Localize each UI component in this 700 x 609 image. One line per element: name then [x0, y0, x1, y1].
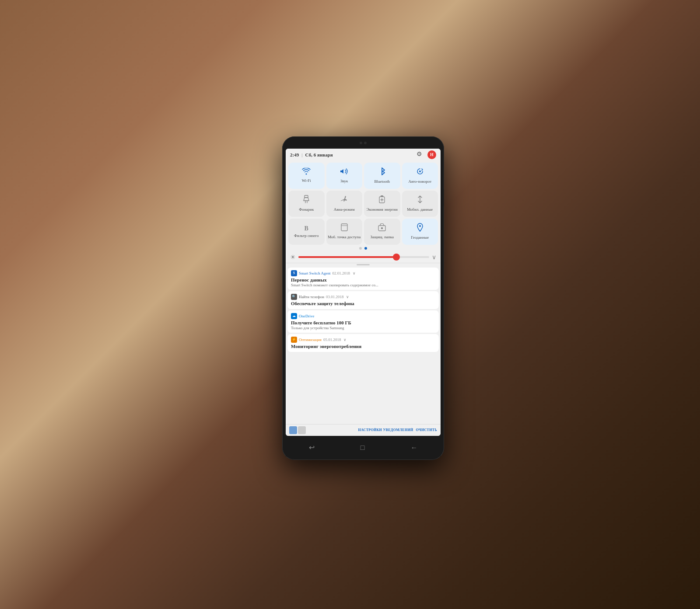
- svg-rect-1: [304, 195, 308, 198]
- findphone-chevron: ∨: [346, 295, 349, 299]
- flashlight-label: Фонарик: [299, 207, 314, 212]
- back-button[interactable]: ←: [410, 444, 417, 452]
- power-button: [444, 189, 444, 206]
- airplane-icon: [340, 195, 349, 206]
- status-bar: 2:49 | Сб, 6 января ⚙ H: [286, 149, 441, 161]
- smartswitch-app-icon: S: [291, 270, 297, 276]
- qs-tile-flashlight[interactable]: Фонарик: [288, 191, 325, 217]
- wifi-label: Wi-Fi: [302, 178, 311, 183]
- notif-onedrive[interactable]: ☁ OneDrive Получите бесплатно 100 ГБ Тол…: [287, 310, 439, 333]
- qs-tile-autorotate[interactable]: Авто-поворот: [402, 163, 438, 189]
- brightness-fill: [298, 256, 396, 258]
- sound-label: Звук: [340, 179, 348, 184]
- notif-optimization[interactable]: ⚡ Оптимизация 05.01.2018 ∨ Мониторинг эн…: [287, 334, 439, 352]
- svg-point-10: [419, 225, 421, 227]
- page-dot-1[interactable]: [359, 247, 362, 250]
- notif-smartswitch[interactable]: S Smart Switch Agent 02.01.2018 ∨ Перено…: [287, 268, 439, 290]
- notification-settings-button[interactable]: НАСТРОЙКИ УВЕДОМЛЕНИЙ: [358, 428, 413, 432]
- notification-badge[interactable]: H: [427, 150, 436, 159]
- location-icon: [416, 223, 424, 234]
- brightness-icon: ☀: [290, 254, 296, 261]
- qs-tile-sound[interactable]: Звук: [326, 163, 363, 189]
- qs-tile-battery[interactable]: Экономия энергии: [364, 191, 400, 217]
- wifi-icon: [302, 168, 311, 177]
- qs-tile-securefolder[interactable]: Защищ. папка: [364, 219, 400, 245]
- qs-tile-wifi[interactable]: Wi-Fi: [288, 163, 325, 189]
- mobiledata-icon: [416, 195, 424, 206]
- qs-tile-hotspot[interactable]: Моб. точка доступа: [326, 219, 363, 245]
- hotspot-icon: [341, 223, 348, 233]
- quick-settings: Wi-Fi Звук: [286, 161, 441, 252]
- brightness-track[interactable]: [298, 256, 429, 258]
- qs-tile-bluefilter[interactable]: B Фильтр синего: [288, 219, 325, 245]
- clear-notifications-button[interactable]: ОЧИСТИТЬ: [416, 428, 437, 432]
- page-dots: [288, 245, 438, 251]
- smartswitch-app-name: Smart Switch Agent: [299, 271, 331, 275]
- findphone-app-icon: 🔍: [291, 294, 297, 300]
- svg-rect-6: [341, 224, 347, 231]
- securefolder-icon: [378, 223, 386, 233]
- optimization-app-icon: ⚡: [291, 337, 297, 343]
- onedrive-body: Только для устройства Samsung: [291, 326, 435, 330]
- findphone-date: 03.01.2018: [326, 295, 344, 299]
- findphone-app-name: Найти телефон: [299, 295, 324, 299]
- screen: 2:49 | Сб, 6 января ⚙ H: [286, 149, 441, 436]
- optimization-chevron: ∨: [343, 338, 346, 342]
- notifications-panel: S Smart Switch Agent 02.01.2018 ∨ Перено…: [286, 266, 441, 424]
- nav-bar: ↩ □ ←: [286, 439, 441, 456]
- time: 2:49: [290, 152, 299, 157]
- volume-up-button: [282, 180, 283, 191]
- notification-bottom-bar: НАСТРОЙКИ УВЕДОМЛЕНИЙ ОЧИСТИТЬ: [286, 424, 441, 436]
- svg-rect-3: [381, 195, 383, 197]
- smartswitch-chevron: ∨: [353, 271, 356, 275]
- airplane-label: Авиа-режим: [334, 207, 355, 212]
- onedrive-app-name: OneDrive: [299, 314, 315, 318]
- settings-icon[interactable]: ⚙: [416, 150, 425, 159]
- status-right: ⚙ H: [416, 150, 436, 159]
- phone: 2:49 | Сб, 6 января ⚙ H: [282, 136, 444, 460]
- notif-findphone[interactable]: 🔍 Найти телефон 03.01.2018 ∨ Обеспечьте …: [287, 291, 439, 309]
- brightness-row[interactable]: ☀ ∨: [286, 252, 441, 263]
- svg-point-0: [419, 171, 421, 172]
- smartswitch-date: 02.01.2018: [332, 271, 350, 275]
- bottom-actions: НАСТРОЙКИ УВЕДОМЛЕНИЙ ОЧИСТИТЬ: [358, 428, 437, 432]
- autorotate-icon: [416, 167, 424, 178]
- qs-tile-mobiledata[interactable]: Мобил. данные: [402, 191, 438, 217]
- bluefilter-icon: B: [304, 225, 308, 232]
- optimization-title: Мониторинг энергопотребления: [291, 344, 435, 349]
- qs-grid-row1: Wi-Fi Звук: [288, 163, 438, 189]
- mobiledata-label: Мобил. данные: [407, 207, 433, 212]
- hotspot-label: Моб. точка доступа: [328, 235, 360, 240]
- brightness-expand-icon[interactable]: ∨: [432, 254, 436, 261]
- bluetooth-icon: [378, 167, 385, 178]
- bixby-button: [282, 217, 283, 235]
- autorotate-label: Авто-поворот: [408, 179, 431, 184]
- sound-icon: [340, 167, 349, 177]
- bluefilter-label: Фильтр синего: [294, 233, 319, 238]
- volume-down-button: [282, 195, 283, 213]
- qs-tile-location[interactable]: Геоданные: [402, 219, 438, 245]
- battery-icon: [378, 195, 385, 206]
- qs-tile-bluetooth[interactable]: Bluetooth: [364, 163, 400, 189]
- thumb-1: [289, 426, 297, 434]
- home-button[interactable]: □: [360, 444, 365, 452]
- securefolder-label: Защищ. папка: [371, 235, 394, 240]
- flashlight-icon: [303, 195, 309, 206]
- optimization-app-name: Оптимизация: [299, 338, 322, 342]
- battery-label: Экономия энергии: [367, 207, 398, 212]
- page-dot-2[interactable]: [364, 247, 367, 250]
- notif-thumbnails: [289, 426, 306, 434]
- onedrive-title: Получите бесплатно 100 ГБ: [291, 320, 435, 325]
- bluetooth-label: Bluetooth: [374, 179, 390, 184]
- date: Сб, 6 января: [305, 152, 333, 157]
- smartswitch-body: Smart Switch поможет скопировать содержи…: [291, 283, 435, 287]
- qs-grid-row2: Фонарик Авиа-режим: [288, 191, 438, 217]
- recent-apps-button[interactable]: ↩: [309, 443, 315, 452]
- findphone-title: Обеспечьте защиту телефона: [291, 301, 435, 306]
- qs-tile-airplane[interactable]: Авиа-режим: [326, 191, 363, 217]
- status-left: 2:49 | Сб, 6 января: [290, 152, 333, 157]
- brightness-thumb[interactable]: [393, 254, 400, 261]
- svg-rect-9: [381, 227, 383, 229]
- camera-notch: [350, 140, 376, 146]
- qs-grid-row3: B Фильтр синего Моб. точка доступа: [288, 219, 438, 245]
